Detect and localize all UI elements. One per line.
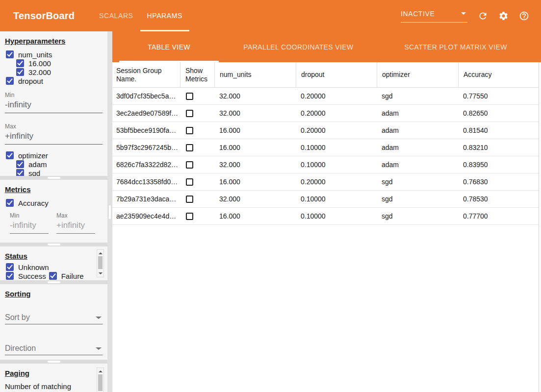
direction-dropdown[interactable]: Direction <box>5 344 103 355</box>
session-group-row: 5b97f3c2967245b… 16.000 0.10000 adam 0.8… <box>112 139 539 156</box>
status-failure-checkbox[interactable] <box>49 272 57 280</box>
scroll-up-arrow-icon[interactable] <box>99 370 103 372</box>
panel-resize-handle[interactable] <box>48 177 60 179</box>
show-metrics-cell <box>180 127 214 134</box>
topbar-controls: INACTIVE <box>401 0 529 31</box>
help-icon[interactable] <box>518 10 529 21</box>
run-status-dropdown[interactable]: INACTIVE <box>401 9 467 23</box>
dropout-cell: 0.10000 <box>296 144 377 151</box>
optimizer-cell: adam <box>377 161 458 169</box>
sorting-panel: Sorting Sort by Direction <box>0 284 107 360</box>
scrollbar-thumb[interactable] <box>98 256 103 269</box>
tab-table-view[interactable]: TABLE VIEW <box>119 31 219 62</box>
table-header: Session Group Name. Show Metrics num_uni… <box>112 62 539 88</box>
show-metrics-checkbox[interactable] <box>186 110 193 117</box>
scrollbar-thumb[interactable] <box>98 374 103 391</box>
tab-parallel-coordinates-view[interactable]: PARALLEL COORDINATES VIEW <box>219 31 378 62</box>
matching-session-groups-count: Number of matching session groups: 8 <box>5 382 94 392</box>
show-metrics-checkbox[interactable] <box>186 213 193 220</box>
accuracy-min-input[interactable]: -infinity <box>10 219 49 234</box>
status-unknown-checkbox[interactable] <box>6 263 14 271</box>
optimizer-cell: adam <box>377 109 458 117</box>
dropout-max-input[interactable]: +infinity <box>5 130 103 145</box>
tab-hparams[interactable]: HPARAMS <box>140 0 189 31</box>
num-units-label: num_units <box>18 50 52 59</box>
num-units-cell: 32.000 <box>214 109 296 117</box>
optimizer-sgd-checkbox[interactable] <box>16 169 24 176</box>
main-scrollbar-gutter[interactable] <box>539 62 541 392</box>
accuracy-min-field: Min -infinity <box>10 212 49 234</box>
show-metrics-cell <box>180 93 214 100</box>
hparams-main-view: TABLE VIEW PARALLEL COORDINATES VIEW SCA… <box>112 31 541 392</box>
settings-gear-icon[interactable] <box>498 10 509 21</box>
sidebar-resize-handle[interactable] <box>109 205 111 219</box>
chevron-down-icon <box>96 317 102 319</box>
sidebar-splitter[interactable] <box>107 31 112 392</box>
status-unknown-label: Unknown <box>18 263 49 271</box>
optimizer-adam-checkbox[interactable] <box>16 160 24 168</box>
accuracy-cell: 0.76830 <box>458 178 539 186</box>
panel-resize-handle[interactable] <box>48 361 60 363</box>
show-metrics-checkbox[interactable] <box>186 93 193 100</box>
dropout-max-field: Max +infinity <box>5 123 103 145</box>
dropout-cell: 0.20000 <box>296 92 377 100</box>
paging-scrollbar[interactable] <box>97 368 104 392</box>
min-label: Min <box>5 92 103 98</box>
session-group-name-cell: 5b97f3c2967245b… <box>112 144 180 151</box>
accuracy-cell: 0.77550 <box>458 92 539 100</box>
tab-scatter-plot-matrix-view[interactable]: SCATTER PLOT MATRIX VIEW <box>378 31 533 62</box>
status-failure-item: Failure <box>49 271 84 280</box>
sorting-heading: Sorting <box>0 284 107 298</box>
session-group-name-cell: ae235909ec4e4d… <box>112 212 180 220</box>
tab-scalars[interactable]: SCALARS <box>92 0 140 31</box>
refresh-icon[interactable] <box>477 10 488 21</box>
dropout-cell: 0.20000 <box>296 126 377 134</box>
panel-resize-handle[interactable] <box>48 244 60 245</box>
accuracy-minmax-row: Min -infinity Max +infinity <box>10 212 107 234</box>
num-units-16-checkbox[interactable] <box>16 59 24 67</box>
show-metrics-checkbox[interactable] <box>186 161 193 169</box>
session-group-row: 6826c7fa3322d82… 32.000 0.10000 adam 0.8… <box>112 156 539 173</box>
optimizer-cell: sgd <box>377 212 458 220</box>
show-metrics-checkbox[interactable] <box>186 144 193 151</box>
show-metrics-checkbox[interactable] <box>186 196 193 203</box>
dropout-checkbox[interactable] <box>6 77 14 85</box>
status-success-label: Success <box>18 272 46 280</box>
dropout-cell: 0.10000 <box>296 212 377 220</box>
dropout-cell: 0.10000 <box>296 161 377 169</box>
show-metrics-cell <box>180 196 214 203</box>
scroll-down-arrow-icon[interactable] <box>99 272 103 274</box>
dropout-cell: 0.20000 <box>296 178 377 186</box>
num-units-cell: 16.000 <box>214 178 296 186</box>
optimizer-list: optimizer adam sgd <box>0 151 107 176</box>
min-label: Min <box>10 212 49 219</box>
panel-resize-handle[interactable] <box>48 281 60 283</box>
accuracy-max-input[interactable]: +infinity <box>56 219 95 234</box>
hparam-num-units-row: num_units <box>0 50 107 59</box>
accuracy-checkbox[interactable] <box>6 199 14 207</box>
optimizer-sgd-label: sgd <box>28 169 40 176</box>
dropout-min-input[interactable]: -infinity <box>5 98 103 113</box>
session-group-name-cell: 7684dcc13358fd0… <box>112 178 180 186</box>
session-group-row: 3ec2aed9e07589f… 32.000 0.20000 adam 0.8… <box>112 105 539 122</box>
session-group-name-cell: 3ec2aed9e07589f… <box>112 109 180 117</box>
optimizer-adam-label: adam <box>28 160 47 169</box>
num-units-checkbox[interactable] <box>6 50 14 58</box>
scroll-up-arrow-icon[interactable] <box>99 252 103 254</box>
panel-divider <box>0 360 107 364</box>
show-metrics-checkbox[interactable] <box>186 178 193 186</box>
num-units-32-label: 32.000 <box>28 68 51 76</box>
status-success-checkbox[interactable] <box>6 272 14 280</box>
optimizer-value-row: sgd <box>0 169 107 176</box>
sort-by-dropdown[interactable]: Sort by <box>5 313 103 324</box>
optimizer-checkbox[interactable] <box>6 151 14 159</box>
accuracy-cell: 0.78530 <box>458 195 539 203</box>
optimizer-cell: sgd <box>377 178 458 186</box>
accuracy-max-field: Max +infinity <box>56 212 95 234</box>
metric-accuracy-row: Accuracy <box>0 198 107 207</box>
show-metrics-checkbox[interactable] <box>186 127 193 134</box>
num-units-cell: 16.000 <box>214 126 296 134</box>
num-units-32-checkbox[interactable] <box>16 68 24 76</box>
status-scrollbar[interactable] <box>97 249 104 277</box>
session-group-row: 7684dcc13358fd0… 16.000 0.20000 sgd 0.76… <box>112 173 539 191</box>
